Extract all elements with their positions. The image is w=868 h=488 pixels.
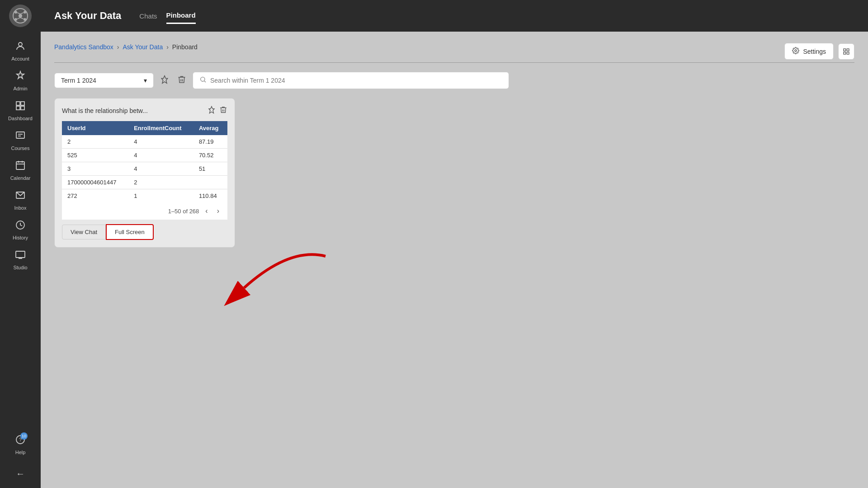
tab-pinboard[interactable]: Pinboard <box>166 8 196 24</box>
sidebar-item-admin[interactable]: Admin <box>0 66 41 96</box>
card-header: What is the relationship betw... <box>62 106 227 116</box>
table-row: 2487.19 <box>62 135 227 149</box>
breadcrumb-current: Pinboard <box>172 43 198 51</box>
card-delete-button[interactable] <box>219 106 227 116</box>
sidebar-item-studio[interactable]: Studio <box>0 245 41 275</box>
header-tabs: Chats Pinboard <box>139 0 195 32</box>
svg-rect-31 <box>847 49 849 51</box>
sidebar-collapse-button[interactable]: ← <box>15 464 26 483</box>
account-icon <box>15 41 26 54</box>
svg-rect-18 <box>16 162 24 169</box>
svg-line-6 <box>20 13 24 14</box>
sidebar-item-account[interactable]: Account <box>0 36 41 66</box>
sidebar-item-label-history: History <box>13 235 28 240</box>
card-actions <box>208 106 227 116</box>
settings-label: Settings <box>803 48 826 55</box>
breadcrumb-divider <box>54 62 854 63</box>
svg-rect-14 <box>21 106 24 110</box>
main-content: Ask Your Data Chats Pinboard Pandalytics… <box>41 0 868 488</box>
table-cell: 272 <box>62 189 128 203</box>
table-cell: 2 <box>128 176 193 189</box>
table-cell: 170000004601447 <box>62 176 128 189</box>
breadcrumb-sep-2: › <box>166 43 169 51</box>
col-enrollmentcount: EnrollmentCount <box>128 121 193 135</box>
pinboard-card: What is the relationship betw... <box>54 98 235 248</box>
breadcrumb-sep-1: › <box>117 43 119 51</box>
table-cell: 51 <box>193 162 227 176</box>
svg-rect-13 <box>16 106 20 110</box>
svg-line-35 <box>204 81 206 82</box>
card-title: What is the relationship betw... <box>62 107 148 114</box>
table-cell: 70.52 <box>193 149 227 162</box>
table-cell: 525 <box>62 149 128 162</box>
dashboard-icon <box>15 100 26 114</box>
page-content: Pandalytics Sandbox › Ask Your Data › Pi… <box>41 32 868 488</box>
pagination-info: 1–50 of 268 <box>168 208 199 215</box>
svg-rect-11 <box>16 102 20 105</box>
history-icon <box>15 220 26 233</box>
view-chat-button[interactable]: View Chat <box>62 225 106 239</box>
breadcrumb-ask-your-data[interactable]: Ask Your Data <box>123 43 163 51</box>
tab-chats[interactable]: Chats <box>139 9 157 23</box>
studio-icon <box>15 249 26 263</box>
breadcrumb: Pandalytics Sandbox › Ask Your Data › Pi… <box>54 43 198 51</box>
data-table: UserId EnrollmentCount Averag 2487.19525… <box>62 121 227 202</box>
sidebar-item-inbox[interactable]: Inbox <box>0 185 41 215</box>
table-cell: 1 <box>128 189 193 203</box>
svg-line-8 <box>20 18 24 19</box>
sidebar-item-calendar[interactable]: Calendar <box>0 155 41 185</box>
sidebar-item-label-calendar: Calendar <box>10 175 31 181</box>
svg-line-7 <box>17 13 20 14</box>
sidebar-item-dashboard[interactable]: Dashboard <box>0 96 41 126</box>
settings-gear-icon <box>792 47 799 56</box>
term-dropdown[interactable]: Term 1 2024 ▾ <box>54 73 154 88</box>
table-cell: 4 <box>128 135 193 149</box>
grid-view-button[interactable] <box>838 43 854 60</box>
search-input[interactable] <box>210 77 502 84</box>
sidebar-item-history[interactable]: History <box>0 215 41 245</box>
svg-point-5 <box>14 18 17 21</box>
full-screen-button[interactable]: Full Screen <box>106 224 154 240</box>
sidebar-item-label-admin: Admin <box>13 86 27 91</box>
sidebar-item-help[interactable]: ? 10 Help <box>15 430 26 460</box>
delete-all-button[interactable] <box>175 73 188 88</box>
next-page-button[interactable]: › <box>214 206 222 216</box>
courses-icon <box>15 130 26 144</box>
table-row: 3451 <box>62 162 227 176</box>
calendar-icon <box>15 160 26 174</box>
table-cell: 4 <box>128 162 193 176</box>
table-cell: 3 <box>62 162 128 176</box>
inbox-icon <box>15 190 26 203</box>
table-cell: 110.84 <box>193 189 227 203</box>
search-box <box>193 72 509 89</box>
svg-point-2 <box>24 11 26 14</box>
collapse-icon: ← <box>16 469 25 479</box>
sidebar-item-courses[interactable]: Courses <box>0 126 41 155</box>
card-pin-button[interactable] <box>208 106 216 116</box>
pagination: 1–50 of 268 ‹ › <box>62 202 227 220</box>
settings-button[interactable]: Settings <box>784 43 834 60</box>
breadcrumb-pandalytics[interactable]: Pandalytics Sandbox <box>54 43 113 51</box>
table-cell: 87.19 <box>193 135 227 149</box>
table-row: 1700000046014472 <box>62 176 227 189</box>
svg-rect-12 <box>21 102 24 105</box>
prev-page-button[interactable]: ‹ <box>203 206 210 216</box>
sidebar-item-label-courses: Courses <box>11 145 30 151</box>
admin-icon <box>15 70 26 84</box>
sidebar-item-label-studio: Studio <box>13 265 27 270</box>
app-logo[interactable] <box>9 5 32 27</box>
term-dropdown-value: Term 1 2024 <box>61 77 96 84</box>
pin-button[interactable] <box>158 73 171 88</box>
app-header: Ask Your Data Chats Pinboard <box>41 0 868 32</box>
app-title: Ask Your Data <box>54 10 121 22</box>
col-userid: UserId <box>62 121 128 135</box>
annotation-arrow <box>217 243 353 333</box>
svg-point-1 <box>19 14 22 18</box>
svg-point-10 <box>19 42 22 46</box>
table-cell: 2 <box>62 135 128 149</box>
header-actions: Settings <box>784 43 854 60</box>
sidebar-item-label-dashboard: Dashboard <box>8 116 33 121</box>
chevron-down-icon: ▾ <box>144 77 147 84</box>
svg-point-4 <box>24 18 26 21</box>
sidebar: Account Admin Dashboard Courses <box>0 0 41 488</box>
